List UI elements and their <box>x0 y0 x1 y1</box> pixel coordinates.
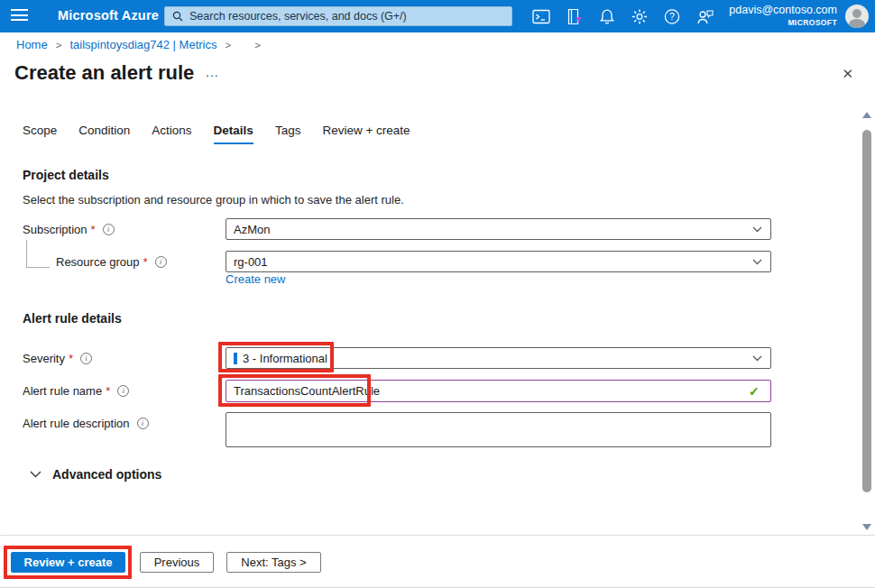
project-details-description: Select the subscription and resource gro… <box>23 193 404 207</box>
feedback-icon[interactable] <box>695 8 714 25</box>
subscription-value: AzMon <box>234 223 270 236</box>
breadcrumb-resource-metrics[interactable]: tailspintoysdiag742 | Metrics <box>69 38 216 51</box>
svg-text:?: ? <box>669 12 675 22</box>
directory-filter-icon[interactable] <box>566 8 584 25</box>
advanced-options-label: Advanced options <box>52 467 161 482</box>
required-asterisk: * <box>91 223 96 236</box>
subscription-dropdown[interactable]: AzMon <box>226 218 771 240</box>
footer-divider <box>0 535 875 536</box>
info-icon[interactable]: i <box>155 256 167 268</box>
chevron-down-icon <box>30 471 41 478</box>
hierarchy-connector <box>26 267 50 268</box>
required-asterisk: * <box>106 384 110 398</box>
scroll-up-icon[interactable] <box>862 112 871 118</box>
tab-scope[interactable]: Scope <box>23 124 57 144</box>
breadcrumb: Home > tailspintoysdiag742 | Metrics > > <box>16 38 269 51</box>
global-search[interactable] <box>164 6 512 26</box>
create-new-link[interactable]: Create new <box>226 272 285 286</box>
info-icon[interactable]: i <box>117 385 129 397</box>
chevron-down-icon <box>752 355 762 362</box>
alert-rule-details-heading: Alert rule details <box>23 311 122 326</box>
info-icon[interactable]: i <box>103 224 115 235</box>
alert-rule-description-label: Alert rule description i <box>23 417 149 430</box>
review-create-button[interactable]: Review + create <box>11 552 125 573</box>
tab-tags[interactable]: Tags <box>275 124 301 144</box>
breadcrumb-separator: > <box>56 40 62 51</box>
vertical-scrollbar[interactable] <box>861 110 872 532</box>
info-icon[interactable]: i <box>80 353 92 364</box>
required-asterisk: * <box>69 352 73 365</box>
page-title: Create an alert rule <box>14 61 194 85</box>
hierarchy-connector <box>26 240 27 267</box>
scroll-down-icon[interactable] <box>862 524 871 530</box>
resource-group-label: Resource group * i <box>56 255 167 269</box>
cloud-shell-icon[interactable] <box>532 8 550 25</box>
tab-review-create[interactable]: Review + create <box>322 124 410 144</box>
account-menu[interactable]: pdavis@contoso.com MICROSOFT <box>729 4 837 29</box>
tab-actions[interactable]: Actions <box>152 124 191 144</box>
advanced-options-expander[interactable]: Advanced options <box>30 467 161 482</box>
settings-icon[interactable] <box>631 8 649 25</box>
alert-rule-name-label: Alert rule name * i <box>23 384 129 398</box>
chevron-down-icon <box>752 259 762 265</box>
breadcrumb-home[interactable]: Home <box>16 38 48 51</box>
more-options-icon[interactable]: ... <box>206 65 219 79</box>
resource-group-dropdown[interactable]: rg-001 <box>226 251 771 272</box>
next-tags-button[interactable]: Next: Tags > <box>226 552 321 573</box>
azure-portal-window: { "topbar": { "brand": "Microsoft Azure"… <box>0 0 875 588</box>
severity-label: Severity * i <box>23 352 92 365</box>
info-icon[interactable]: i <box>137 418 149 429</box>
scrollbar-thumb[interactable] <box>862 130 871 492</box>
notifications-icon[interactable] <box>598 8 616 25</box>
hamburger-menu-icon[interactable] <box>11 9 28 23</box>
resource-group-value: rg-001 <box>234 255 268 269</box>
close-icon[interactable]: ✕ <box>842 67 853 80</box>
brand-title[interactable]: Microsoft Azure <box>58 8 159 23</box>
previous-button[interactable]: Previous <box>140 552 214 573</box>
required-asterisk: * <box>143 255 148 269</box>
severity-dropdown[interactable]: 3 - Informational <box>226 347 771 369</box>
severity-value: 3 - Informational <box>243 352 327 365</box>
valid-check-icon: ✓ <box>749 384 760 399</box>
tab-details[interactable]: Details <box>214 124 253 144</box>
user-email: pdavis@contoso.com <box>729 4 837 16</box>
search-icon <box>172 11 183 22</box>
breadcrumb-separator: > <box>254 40 261 51</box>
alert-rule-name-input[interactable] <box>226 380 771 402</box>
subscription-label: Subscription * i <box>23 223 115 236</box>
severity-color-indicator <box>234 353 237 364</box>
avatar[interactable] <box>845 5 869 28</box>
search-input[interactable] <box>189 8 511 24</box>
breadcrumb-separator: > <box>225 40 231 51</box>
top-bar: Microsoft Azure ? pdavis@contoso.com MIC… <box>0 0 875 32</box>
tab-condition[interactable]: Condition <box>78 124 130 144</box>
chevron-down-icon <box>752 226 762 233</box>
project-details-heading: Project details <box>23 168 109 182</box>
user-org: MICROSOFT <box>729 16 837 29</box>
help-icon[interactable]: ? <box>663 8 681 25</box>
alert-rule-description-input[interactable] <box>226 412 771 447</box>
wizard-tabs: Scope Condition Actions Details Tags Rev… <box>23 124 432 144</box>
